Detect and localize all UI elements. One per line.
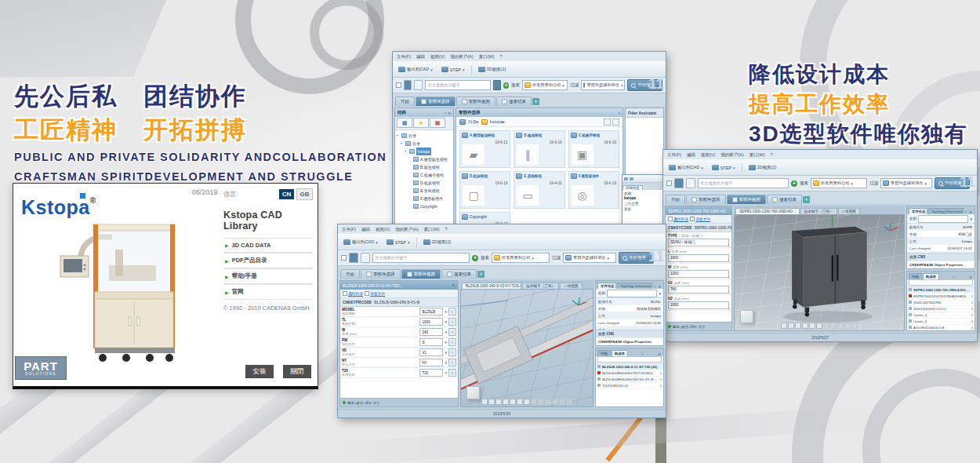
menu-item[interactable]: 视图(V) [701, 152, 715, 158]
tree-item[interactable]: ▾目录 [397, 140, 452, 148]
section-tool-icon[interactable] [517, 399, 523, 405]
catalog-card[interactable]: F.通用标准件 19-6-19 ◎ [568, 171, 619, 209]
tab-start[interactable]: 开始 [340, 269, 360, 279]
tab-part-selection[interactable]: 零部件选择 [686, 195, 726, 204]
tree-item[interactable]: E.直线模组 [397, 187, 452, 195]
export-to-cad-button[interactable]: 输出到CAD [396, 66, 435, 73]
tab-part-view[interactable]: 零部件视图 [401, 269, 441, 279]
bom-row[interactable]: 160012001S3C1C1C1 1 [907, 306, 975, 312]
tab-part-info[interactable]: 零件信息 [597, 283, 616, 289]
viewport-tab-model[interactable]: SDPR2-1600-1200-760-1990-AO... [735, 208, 800, 214]
add-icon[interactable]: + [472, 255, 478, 261]
dialog-menu-item[interactable]: ▶ 3D CAD DATA [223, 238, 313, 253]
tree-item[interactable]: F.通用标准件 [397, 195, 452, 202]
2d-view-button[interactable]: 2D视图(2) [421, 239, 454, 246]
gear-icon[interactable]: ✎ [448, 318, 456, 326]
pan-tool-icon[interactable] [488, 399, 495, 405]
new-tab-button[interactable]: + [803, 196, 810, 203]
parameter-row[interactable]: W宽度 (mm) 1200 [666, 264, 731, 279]
export-to-cad-button[interactable]: 输出到CAD [666, 164, 706, 171]
step-format-button[interactable]: STEP [439, 66, 467, 73]
step-format-button[interactable]: STEP [384, 239, 412, 246]
add-icon[interactable]: + [791, 180, 797, 187]
tree-item-selected[interactable]: ▾kstopa [397, 148, 452, 155]
parameter-row[interactable]: TYPE门类型（玻璃门） SDMU - 玻璃门 [666, 232, 731, 248]
pan-tool-icon[interactable] [788, 323, 794, 329]
filter-assistant-tab[interactable]: Filter Assistant [626, 108, 663, 118]
select-tool-icon[interactable] [781, 323, 787, 329]
info-search-dropdown[interactable] [918, 215, 968, 223]
catalog-card[interactable]: B.输送模组 19-6-19 ∥ [514, 130, 564, 168]
bom-row[interactable]: Caster_1 2 [907, 312, 975, 319]
search-mode-button[interactable] [404, 80, 412, 90]
filter-dropdown[interactable]: 零部件选择和单位 [880, 178, 932, 188]
gear-icon[interactable]: ✎ [448, 338, 456, 346]
3d-viewport[interactable] [734, 214, 905, 331]
sort-icon[interactable] [612, 118, 619, 126]
cns-section-header[interactable]: 分类 CNS [596, 330, 663, 337]
bom-row[interactable]: SDPR2-1600-1200-760-1990-A16GA16G1A16G1 [907, 287, 975, 293]
checkbox[interactable] [396, 82, 401, 88]
info-search-dropdown[interactable] [607, 290, 657, 297]
menu-item[interactable]: 视图(V) [430, 54, 445, 60]
2d-view-button[interactable]: 2D视图(2) [476, 66, 509, 73]
menu-item[interactable]: 编辑 [416, 54, 425, 60]
menu-item[interactable]: 编辑 [361, 227, 370, 232]
view-preset-icon[interactable] [851, 323, 858, 329]
tab-search-results[interactable]: 搜索结果 [496, 97, 532, 106]
select-tool-icon[interactable] [481, 399, 488, 405]
export-to-cad-button[interactable]: 输出到CAD [341, 239, 380, 246]
tab-structure[interactable]: 结构 [909, 273, 922, 279]
parameter-row[interactable]: PW排列方式 S ✎ [340, 337, 458, 348]
parameter-row[interactable]: TL有效行程 1000 ✎ [340, 317, 458, 327]
cns-section-header[interactable]: 分类 CNS [907, 253, 975, 261]
cns-properties-label[interactable]: CNSERPBASE Object Properties [907, 261, 975, 268]
search-options-button[interactable] [493, 80, 501, 90]
bom-filter-input[interactable] [597, 356, 662, 363]
parameter-row[interactable]: H2总高 (mm) 1990 [666, 295, 731, 311]
measure-tool-icon[interactable] [809, 323, 815, 329]
start-search-button[interactable]: 开始搜索 [627, 79, 662, 91]
gear-icon[interactable]: ✎ [448, 359, 456, 366]
tab-topology-info[interactable]: Topology Information [928, 208, 964, 214]
close-icon[interactable] [731, 209, 731, 213]
gear-icon[interactable]: ✎ [448, 369, 456, 377]
viewport-tab-3d-detail[interactable]: 技术细节（三维） [522, 283, 559, 289]
gear-icon[interactable]: ✎ [448, 348, 456, 356]
subtab-table[interactable]: 表格文件 [690, 217, 710, 221]
parameter-row[interactable]: T20皮带齿形 T20 ✎ [340, 368, 458, 378]
zoom-tool-icon[interactable] [495, 399, 502, 405]
subtab-table[interactable]: 表格文件 [365, 291, 385, 296]
breadcrumb-kstopa[interactable]: kstopa▸ [490, 119, 505, 124]
menu-item[interactable]: 文件(F) [667, 152, 681, 158]
tree-item[interactable]: D.机架模组 [397, 179, 452, 187]
search-mode-button[interactable] [349, 253, 358, 263]
view-preset-icon[interactable] [545, 399, 551, 405]
new-tab-button[interactable]: + [532, 98, 539, 105]
checkbox[interactable] [666, 180, 672, 186]
measure-tool-icon[interactable] [510, 399, 516, 405]
catalog-scope-dropdown[interactable]: 所有目录和公司 [522, 80, 568, 90]
bom-row[interactable]: BLZ5LB-1000-240-S-V1-NY-T20-(20) [596, 364, 663, 370]
bom-row[interactable]: T20X10R1240-02 1 [596, 383, 663, 389]
viewport-tab-model[interactable]: BLZ5LB-1000-240-S-V1-NY-T20L-(20). [462, 283, 521, 289]
bom-filter-input[interactable] [909, 279, 973, 286]
info-tab[interactable]: 详细信息 [622, 183, 665, 190]
rotate-tool-icon[interactable] [503, 399, 509, 405]
menu-item[interactable]: 我的帐户(A) [720, 152, 743, 158]
favorites-tab-icon[interactable]: ★ [413, 118, 429, 128]
tab-search-results[interactable]: 搜索结果 [767, 195, 802, 204]
tab-bom[interactable]: 构成表 [612, 350, 628, 356]
settings-tool-icon[interactable] [524, 399, 530, 405]
filter-dropdown[interactable]: 零部件选择和单位 [581, 80, 625, 90]
close-icon[interactable] [451, 283, 456, 287]
menu-item[interactable]: 窗口(W) [750, 152, 765, 158]
tab-part-view[interactable]: 零部件视图 [727, 195, 767, 204]
tree-item[interactable]: Copyright [397, 202, 452, 210]
menu-item[interactable]: 文件(F) [342, 227, 356, 232]
tab-part-selection[interactable]: 零部件选择 [416, 97, 456, 106]
breadcrumb-root[interactable]: 目录▸ [468, 119, 479, 125]
bom-row[interactable]: Caster_2 4 [907, 319, 975, 325]
filter-dropdown[interactable]: 零部件选择和单位 [563, 253, 616, 263]
parameter-row[interactable]: VE马达型式 V1 ✎ [340, 348, 458, 358]
